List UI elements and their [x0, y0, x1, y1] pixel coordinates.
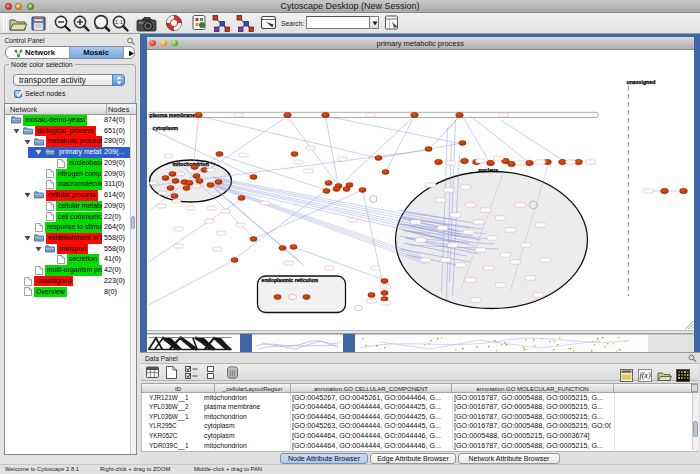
- svg-text:cytoplasm: cytoplasm: [152, 125, 178, 131]
- svg-text:mitochondrion: mitochondrion: [172, 161, 208, 167]
- svg-text:unassigned: unassigned: [626, 79, 655, 85]
- svg-text:plasma membrane: plasma membrane: [149, 112, 195, 118]
- svg-text:endoplasmic reticulum: endoplasmic reticulum: [261, 277, 318, 283]
- svg-text:1:1: 1:1: [115, 19, 124, 25]
- svg-text:nucleus: nucleus: [478, 167, 498, 173]
